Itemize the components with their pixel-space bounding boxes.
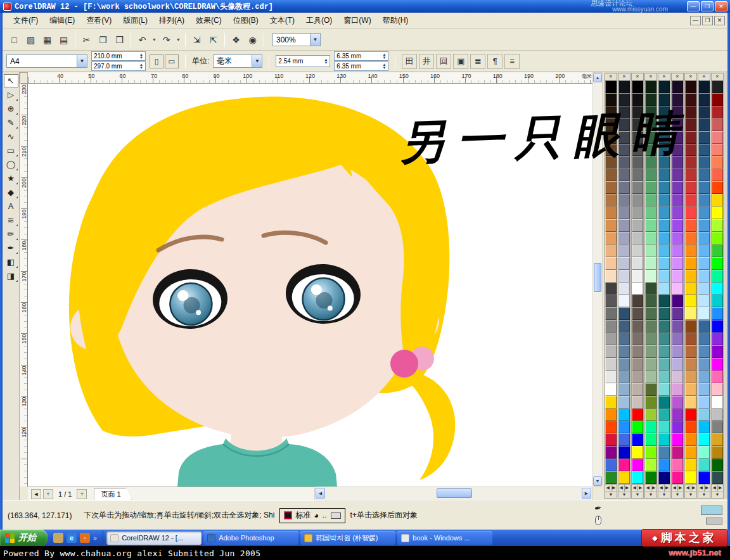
color-swatch[interactable]: [645, 307, 656, 320]
vertical-ruler[interactable]: 230220210200190180170160150140130120: [20, 84, 28, 487]
color-swatch[interactable]: [605, 219, 617, 232]
palette-scroll-down-icon[interactable]: ▶: [638, 485, 644, 492]
paper-preset-combo[interactable]: A4 ▼: [6, 54, 87, 68]
color-swatch[interactable]: [618, 245, 630, 257]
color-swatch[interactable]: [712, 459, 723, 471]
color-swatch[interactable]: [698, 459, 710, 471]
color-swatch[interactable]: [618, 169, 630, 181]
color-swatch[interactable]: [605, 295, 617, 307]
color-swatch[interactable]: [618, 232, 630, 245]
chevron-down-icon[interactable]: ▼: [310, 34, 320, 46]
canvas-artwork[interactable]: [28, 84, 592, 487]
color-swatch[interactable]: [698, 371, 710, 383]
color-swatch[interactable]: [605, 371, 617, 383]
color-swatch[interactable]: [645, 371, 656, 383]
menu-layout[interactable]: 版面(L): [117, 13, 153, 28]
color-swatch[interactable]: [632, 283, 643, 295]
snap-to-guidelines-button[interactable]: 井: [419, 54, 434, 69]
color-swatch[interactable]: [618, 93, 630, 106]
palette-flyout-icon[interactable]: ▼: [685, 492, 696, 498]
color-swatch[interactable]: [618, 144, 630, 156]
duplicate-distance-x-spinner[interactable]: 6.35 mm ▲▼: [334, 51, 388, 61]
color-swatch[interactable]: [632, 333, 643, 345]
color-swatch[interactable]: [632, 207, 643, 219]
color-swatch[interactable]: [618, 471, 630, 484]
color-swatch[interactable]: [618, 446, 630, 459]
color-swatch[interactable]: [618, 106, 630, 118]
eyedropper-tool[interactable]: ✏: [4, 227, 18, 241]
color-swatch[interactable]: [632, 295, 643, 307]
color-swatch[interactable]: [685, 295, 696, 307]
ruler-origin-box[interactable]: [20, 72, 28, 84]
color-swatch[interactable]: [698, 194, 710, 207]
color-swatch[interactable]: [605, 409, 617, 421]
scroll-left-icon[interactable]: ◀: [316, 488, 325, 499]
color-swatch[interactable]: [605, 421, 617, 433]
media-player-icon[interactable]: ◦: [80, 533, 90, 543]
color-swatch[interactable]: [645, 396, 656, 409]
palette-flyout-icon[interactable]: ▼: [645, 492, 656, 498]
color-swatch[interactable]: [672, 446, 683, 459]
doc-close-button[interactable]: ✕: [714, 16, 725, 25]
color-swatch[interactable]: [672, 181, 683, 194]
color-swatch[interactable]: [658, 409, 670, 421]
color-swatch[interactable]: [685, 433, 696, 446]
color-swatch[interactable]: [658, 232, 670, 245]
color-swatch[interactable]: [632, 93, 643, 106]
color-swatch[interactable]: [645, 257, 656, 270]
color-swatch[interactable]: [645, 345, 656, 358]
color-swatch[interactable]: [672, 194, 683, 207]
menu-window[interactable]: 窗口(W): [338, 13, 376, 28]
color-swatch[interactable]: [698, 181, 710, 194]
paper-height-spinner[interactable]: 297.0 mm ▲▼: [91, 61, 146, 71]
task-coreldraw[interactable]: CorelDRAW 12 - [...: [106, 531, 202, 545]
color-swatch[interactable]: [672, 433, 683, 446]
color-swatch[interactable]: [632, 106, 643, 118]
palette-flyout-icon[interactable]: ▼: [698, 492, 710, 498]
color-swatch[interactable]: [672, 421, 683, 433]
interactive-blend-tool[interactable]: ≋: [4, 213, 18, 227]
task-photoshop[interactable]: Adobe Photoshop: [203, 531, 298, 545]
color-swatch[interactable]: [658, 459, 670, 471]
color-swatch[interactable]: [645, 144, 656, 156]
color-swatch[interactable]: [658, 295, 670, 307]
color-swatch[interactable]: [658, 169, 670, 181]
palette-scroll-down-icon[interactable]: ▶: [651, 485, 657, 492]
smart-drawing-tool[interactable]: ∿: [4, 130, 18, 143]
spinner-arrows-icon[interactable]: ▲▼: [382, 53, 386, 60]
color-swatch[interactable]: [685, 93, 696, 106]
color-swatch[interactable]: [632, 270, 643, 283]
color-swatch[interactable]: [645, 433, 656, 446]
color-swatch[interactable]: [605, 131, 617, 144]
zoom-tool[interactable]: ⊕: [4, 102, 18, 115]
color-swatch[interactable]: [685, 131, 696, 144]
color-swatch[interactable]: [618, 333, 630, 345]
color-swatch[interactable]: [645, 106, 656, 118]
palette-scroll-down-icon[interactable]: ▶: [678, 485, 684, 492]
color-swatch[interactable]: [685, 459, 696, 471]
color-swatch[interactable]: [685, 219, 696, 232]
palette-scroll-up-icon[interactable]: ◀: [712, 485, 718, 492]
palette-close-icon[interactable]: ✕: [685, 73, 696, 80]
color-swatch[interactable]: [698, 156, 710, 169]
color-swatch[interactable]: [645, 207, 656, 219]
color-swatch[interactable]: [632, 245, 643, 257]
corel-online-button[interactable]: ◉: [245, 32, 260, 48]
color-swatch[interactable]: [698, 320, 710, 333]
color-swatch[interactable]: [605, 446, 617, 459]
color-swatch[interactable]: [672, 307, 683, 320]
color-swatch[interactable]: [632, 194, 643, 207]
wrap-text-button[interactable]: ≣: [470, 54, 485, 69]
color-swatch[interactable]: [698, 144, 710, 156]
palette-flyout-icon[interactable]: ▼: [618, 492, 630, 498]
palette-close-icon[interactable]: ✕: [605, 73, 617, 80]
spinner-arrows-icon[interactable]: ▲▼: [139, 63, 143, 70]
color-swatch[interactable]: [658, 144, 670, 156]
menu-help[interactable]: 帮助(H): [377, 13, 414, 28]
color-swatch[interactable]: [632, 358, 643, 371]
menu-file[interactable]: 文件(F): [8, 13, 44, 28]
color-swatch[interactable]: [645, 118, 656, 131]
palette-close-icon[interactable]: ✕: [712, 73, 723, 80]
color-swatch[interactable]: [618, 433, 630, 446]
application-launcher-button[interactable]: ❖: [228, 32, 244, 48]
